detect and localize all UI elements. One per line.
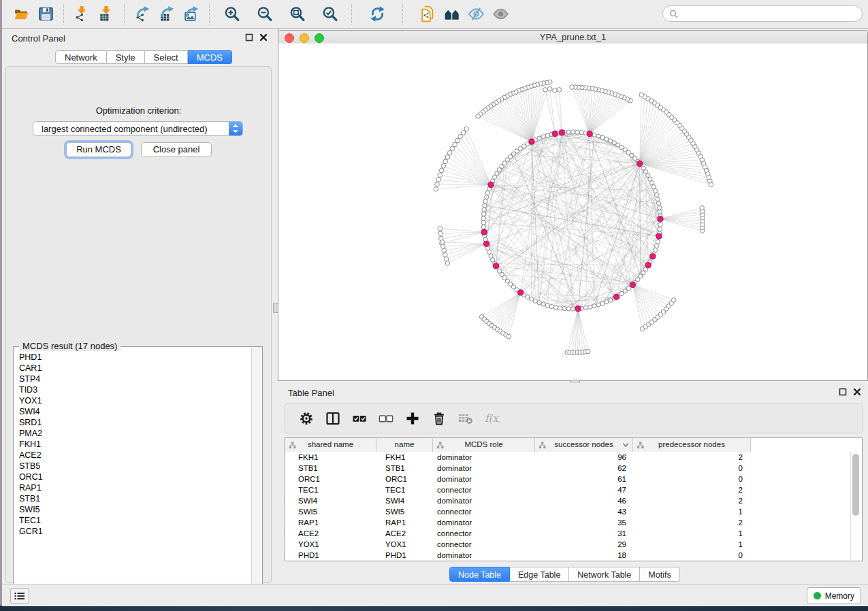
network-node[interactable]	[450, 146, 455, 151]
network-edge[interactable]	[487, 163, 639, 193]
mcds-result-item[interactable]: GCR1	[14, 526, 251, 537]
column-header-name[interactable]: name	[376, 438, 433, 452]
save-session-button[interactable]	[35, 3, 56, 26]
network-edge[interactable]	[484, 210, 573, 309]
table-scrollbar-thumb[interactable]	[852, 454, 859, 516]
network-node[interactable]	[641, 166, 645, 170]
table-row[interactable]: SWI5SWI5connector431	[285, 506, 852, 517]
tab-mcds[interactable]: MCDS	[188, 50, 232, 64]
mcds-result-item[interactable]: PMA2	[14, 428, 251, 439]
network-edge[interactable]	[578, 309, 588, 352]
network-node[interactable]	[579, 131, 583, 135]
network-node[interactable]	[654, 244, 658, 248]
network-node[interactable]	[558, 306, 562, 310]
table-row[interactable]: FKH1FKH1dominator962	[285, 452, 852, 463]
network-node[interactable]	[557, 88, 562, 93]
mcds-result-item[interactable]: SWI4	[14, 406, 251, 417]
network-node[interactable]	[654, 193, 658, 197]
mcds-result-item[interactable]: FKH1	[14, 439, 251, 450]
run-mcds-button[interactable]: Run MCDS	[66, 142, 131, 157]
network-edge[interactable]	[545, 90, 555, 133]
zoom-out-button[interactable]	[254, 3, 274, 26]
network-node[interactable]	[436, 178, 441, 182]
network-overview-button[interactable]	[441, 3, 462, 26]
network-node[interactable]	[592, 304, 596, 308]
close-panel-icon[interactable]	[259, 33, 268, 42]
network-node[interactable]	[575, 130, 579, 134]
table-settings-button[interactable]	[295, 407, 318, 430]
network-node[interactable]	[545, 303, 549, 308]
network-edge[interactable]	[573, 309, 578, 352]
network-edge[interactable]	[660, 208, 702, 219]
zoom-selected-button[interactable]	[319, 3, 340, 26]
network-edge[interactable]	[590, 97, 621, 134]
network-edge[interactable]	[660, 219, 703, 225]
column-header-MCDS-role[interactable]: MCDS role	[433, 438, 535, 452]
network-node[interactable]	[441, 244, 446, 249]
mcds-result-list[interactable]: PHD1CAR1STP4TID3YOX1SWI4SRD1PMA2FKH1ACE2…	[14, 352, 251, 599]
network-node[interactable]	[439, 168, 444, 173]
network-node[interactable]	[443, 159, 448, 164]
network-node[interactable]	[547, 86, 552, 91]
network-node[interactable]	[485, 195, 489, 199]
network-graph[interactable]	[278, 44, 867, 380]
network-edge[interactable]	[491, 185, 660, 233]
network-node[interactable]	[570, 85, 575, 90]
network-node[interactable]	[626, 286, 630, 291]
delete-row-button[interactable]	[428, 407, 451, 430]
network-edge[interactable]	[482, 293, 521, 317]
network-node[interactable]	[583, 306, 588, 310]
network-edge[interactable]	[640, 117, 672, 163]
network-node[interactable]	[483, 199, 487, 203]
zoom-fit-button[interactable]	[287, 3, 307, 26]
column-header-successor-nodes[interactable]: successor nodes	[535, 438, 633, 452]
network-node[interactable]	[533, 299, 537, 303]
tab-network[interactable]: Network	[55, 50, 107, 64]
network-node[interactable]	[445, 155, 450, 160]
close-table-panel-icon[interactable]	[853, 388, 861, 396]
network-node[interactable]	[605, 137, 609, 141]
network-edge[interactable]	[532, 83, 543, 142]
network-edge[interactable]	[590, 90, 598, 134]
network-edge[interactable]	[445, 161, 491, 184]
table-row[interactable]: SWI4SWI4dominator462	[285, 495, 852, 506]
network-node[interactable]	[441, 164, 446, 169]
network-node[interactable]	[529, 297, 533, 301]
mcds-result-item[interactable]: ACE2	[14, 450, 251, 461]
network-canvas[interactable]	[278, 44, 867, 380]
network-edge[interactable]	[498, 293, 521, 329]
network-node[interactable]	[553, 88, 558, 93]
network-node[interactable]	[461, 131, 466, 135]
network-node[interactable]	[443, 252, 447, 257]
network-edge[interactable]	[447, 244, 487, 259]
deselect-all-button[interactable]	[374, 407, 398, 430]
network-edge[interactable]	[640, 160, 703, 164]
mcds-result-item[interactable]: STP4	[14, 374, 251, 384]
table-row[interactable]: TEC1TEC1connector472	[285, 484, 852, 495]
network-edge[interactable]	[660, 219, 703, 228]
network-node[interactable]	[656, 240, 660, 244]
search-box[interactable]	[662, 5, 863, 22]
network-edge[interactable]	[640, 122, 677, 163]
network-edge[interactable]	[442, 232, 484, 243]
table-row[interactable]: ORC1ORC1dominator610	[285, 474, 852, 484]
column-header-shared-name[interactable]: shared name	[285, 438, 376, 452]
network-edge[interactable]	[436, 185, 491, 189]
network-node[interactable]	[537, 136, 541, 140]
network-edge[interactable]	[484, 293, 520, 319]
mcds-hub-node[interactable]	[587, 131, 592, 137]
network-node[interactable]	[553, 306, 558, 310]
network-node[interactable]	[435, 182, 440, 187]
apply-layout-button[interactable]	[367, 3, 387, 26]
network-edge[interactable]	[510, 95, 532, 142]
table-row[interactable]: ACE2ACE2connector311	[285, 528, 852, 539]
network-node[interactable]	[562, 306, 566, 310]
export-table-button[interactable]	[157, 3, 177, 26]
network-edge[interactable]	[640, 150, 697, 163]
mcds-hub-node[interactable]	[656, 233, 662, 239]
mcds-hub-node[interactable]	[575, 306, 581, 312]
export-image-button[interactable]	[181, 3, 202, 26]
close-panel-button[interactable]: Close panel	[141, 142, 212, 157]
table-row[interactable]: YOX1YOX1connector291	[285, 539, 852, 550]
mcds-result-item[interactable]: SRD1	[14, 417, 251, 428]
